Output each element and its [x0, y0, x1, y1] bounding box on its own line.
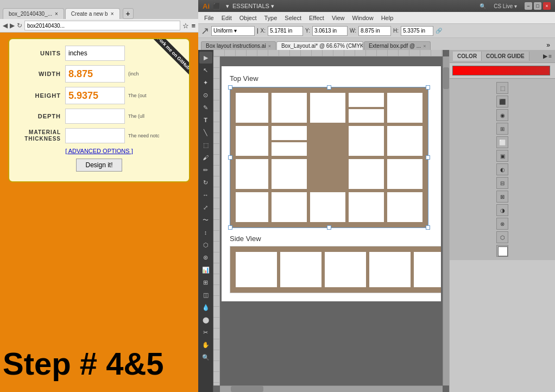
eyedropper-tool[interactable]: 💧 — [199, 301, 212, 313]
height-input[interactable] — [65, 87, 125, 104]
scrollbar-horizontal[interactable] — [220, 385, 443, 392]
coord-w-input[interactable] — [358, 26, 391, 36]
menu-help[interactable]: Help — [378, 14, 397, 22]
width-tool[interactable]: ↕ — [199, 226, 212, 238]
rt-tool-11[interactable]: ⊗ — [496, 218, 508, 230]
width-input[interactable] — [65, 65, 125, 83]
forward-btn[interactable]: ▶ — [10, 22, 15, 29]
rt-tool-white[interactable] — [496, 245, 508, 257]
handle-mr[interactable] — [426, 155, 430, 160]
tab-box-layout[interactable]: Box_Layout.ai* @ 66.67% (CMYK/Preview) × — [276, 41, 363, 50]
search-icon[interactable]: 🔍 — [480, 3, 486, 9]
color-guide-tab[interactable]: COLOR GUIDE — [482, 52, 529, 61]
rt-tool-9[interactable]: ⊠ — [496, 191, 508, 203]
coord-y-input[interactable] — [312, 26, 348, 36]
rt-tool-4[interactable]: ⊞ — [496, 123, 508, 135]
zoom-tool[interactable]: 🔍 — [199, 351, 212, 363]
symbol-sprayer-tool[interactable]: ⊛ — [199, 251, 212, 263]
maximize-btn[interactable]: □ — [534, 2, 541, 10]
tab-close-3[interactable]: × — [423, 43, 426, 49]
refresh-btn[interactable]: ↻ — [17, 22, 22, 29]
type-tool[interactable]: T — [199, 114, 212, 126]
handle-tr[interactable] — [426, 85, 430, 90]
handle-br[interactable] — [426, 225, 430, 230]
menu-btn[interactable]: ≡ — [191, 22, 195, 30]
top-view-container[interactable] — [230, 87, 428, 228]
bookmark-star[interactable]: ☆ — [182, 22, 189, 30]
menu-view[interactable]: View — [329, 14, 348, 22]
blend-tool[interactable]: ⬤ — [199, 314, 212, 326]
essentials-label[interactable]: ESSENTIALS ▾ — [232, 3, 476, 10]
address-bar[interactable] — [24, 21, 180, 30]
github-ribbon[interactable]: Fork me on GitHub — [140, 39, 189, 88]
magic-wand-tool[interactable]: ✦ — [199, 77, 212, 88]
gradient-tool[interactable]: ◫ — [199, 289, 212, 301]
menu-effect[interactable]: Effect — [306, 14, 327, 22]
pencil-tool[interactable]: ✏ — [199, 164, 212, 176]
new-tab-btn[interactable]: + — [123, 8, 134, 19]
rotate-tool[interactable]: ↻ — [199, 176, 212, 188]
lasso-tool[interactable]: ⊙ — [199, 89, 212, 101]
rt-tool-7[interactable]: ◐ — [496, 163, 508, 175]
column-graph-tool[interactable]: 📊 — [199, 264, 212, 276]
hand-tool[interactable]: ✋ — [199, 339, 212, 351]
reflect-tool[interactable]: ↔ — [199, 189, 212, 201]
scale-tool[interactable]: ⤢ — [199, 201, 212, 213]
design-button[interactable]: Design it! — [76, 159, 122, 172]
depth-input[interactable] — [65, 109, 125, 124]
handle-tl[interactable] — [228, 85, 232, 90]
tool-arrow[interactable]: ↗ — [201, 25, 209, 37]
menu-object[interactable]: Object — [236, 14, 260, 22]
material-input[interactable] — [65, 128, 125, 143]
rt-tool-8[interactable]: ⊟ — [496, 177, 508, 189]
rt-tool-10[interactable]: ◑ — [496, 204, 508, 216]
cs-live-label[interactable]: CS Live ▾ — [494, 3, 517, 9]
back-btn[interactable]: ◀ — [3, 22, 8, 29]
warp-tool[interactable]: 〜 — [199, 214, 212, 226]
handle-bc[interactable] — [327, 225, 331, 230]
rt-tool-1[interactable]: ⬚ — [496, 82, 508, 94]
rt-tool-5[interactable]: ⬜ — [496, 136, 508, 148]
paintbrush-tool[interactable]: 🖌 — [199, 151, 212, 163]
tabs-overflow-btn[interactable]: » — [544, 40, 552, 50]
scissors-tool[interactable]: ✂ — [199, 326, 212, 338]
canvas-viewport[interactable]: Top View — [222, 58, 441, 384]
menu-file[interactable]: File — [201, 14, 217, 22]
tab-2-close[interactable]: × — [111, 11, 114, 17]
rt-tool-3[interactable]: ◉ — [496, 109, 508, 121]
menu-window[interactable]: Window — [349, 14, 377, 22]
tab-box-layout-instructions[interactable]: Box layout instructions.ai × — [201, 41, 276, 50]
stroke-input[interactable] — [211, 26, 255, 36]
scrollbar-vertical[interactable] — [443, 56, 449, 385]
rect-tool[interactable]: ⬚ — [199, 139, 212, 151]
panel-menu-btn[interactable]: ≡ — [548, 53, 552, 59]
direct-selection-tool[interactable]: ↖ — [199, 64, 212, 76]
color-tab[interactable]: COLOR — [453, 52, 482, 61]
scrollbar-thumb-h[interactable] — [231, 386, 263, 392]
menu-select[interactable]: Select — [281, 14, 305, 22]
tab-1-close[interactable]: × — [55, 11, 58, 17]
color-swatch[interactable] — [452, 66, 550, 75]
tab-1[interactable]: box_20140430_... × — [3, 8, 64, 19]
rt-tool-12[interactable]: ⬡ — [496, 231, 508, 243]
constraint-icon[interactable]: 🔗 — [436, 28, 442, 34]
units-input[interactable] — [65, 46, 125, 61]
selection-tool[interactable]: ▶ — [199, 52, 212, 64]
tab-close-1[interactable]: × — [268, 43, 271, 49]
minimize-btn[interactable]: − — [525, 2, 532, 10]
line-tool[interactable]: ╲ — [199, 127, 212, 138]
pen-tool[interactable]: ✎ — [199, 102, 212, 113]
tab-external-box[interactable]: External box.pdf @ ... × — [364, 41, 431, 50]
menu-type[interactable]: Type — [261, 14, 281, 22]
handle-bl[interactable] — [228, 225, 232, 230]
close-btn[interactable]: × — [543, 2, 551, 10]
mesh-tool[interactable]: ⊞ — [199, 276, 212, 288]
coord-h-input[interactable] — [401, 26, 433, 36]
handle-tc[interactable] — [327, 85, 331, 90]
handle-ml[interactable] — [228, 155, 232, 160]
advanced-options-link[interactable]: [ ADVANCED OPTIONS ] — [17, 148, 181, 154]
rt-tool-2[interactable]: ⬛ — [496, 96, 508, 108]
free-transform-tool[interactable]: ⬡ — [199, 239, 212, 251]
panel-expand-btn[interactable]: ▶ — [543, 53, 547, 59]
coord-x-input[interactable] — [268, 26, 303, 36]
